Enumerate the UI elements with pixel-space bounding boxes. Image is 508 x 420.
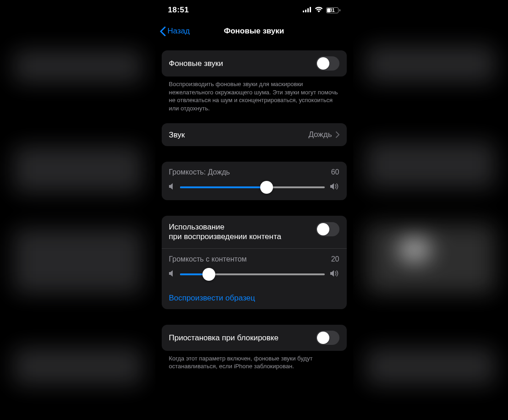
play-sample-button[interactable]: Воспроизвести образец <box>162 287 347 309</box>
row-label: Приостановка при блокировке <box>169 333 279 343</box>
toggle-use-with-media[interactable] <box>316 222 339 236</box>
volume-low-icon <box>169 183 175 192</box>
back-label: Назад <box>168 27 190 36</box>
wifi-icon <box>315 5 323 15</box>
row-use-with-media-toggle[interactable]: Использование при воспроизведении контен… <box>162 216 347 248</box>
group-media-playback: Использование при воспроизведении контен… <box>162 216 347 309</box>
volume-slider[interactable] <box>180 186 325 188</box>
svg-rect-2 <box>307 8 309 12</box>
volume-value: 60 <box>331 168 339 176</box>
row-background-sounds-toggle[interactable]: Фоновые звуки <box>162 50 347 76</box>
toggle-background-sounds[interactable] <box>316 56 339 71</box>
row-sound-select[interactable]: Звук Дождь <box>162 123 347 146</box>
page-title: Фоновые звуки <box>224 27 284 36</box>
row-label: Звук <box>169 130 185 140</box>
toggle-pause-on-lock[interactable] <box>316 331 339 345</box>
nav-bar: Назад Фоновые звуки <box>155 21 353 41</box>
row-label: Фоновые звуки <box>169 59 224 68</box>
volume-content-label: Громкость с контентом <box>169 255 247 263</box>
status-time: 18:51 <box>168 5 189 15</box>
sound-value: Дождь <box>308 130 332 139</box>
volume-high-icon <box>330 183 339 192</box>
group-volume: Громкость: Дождь 60 <box>162 162 347 200</box>
svg-rect-1 <box>305 10 306 12</box>
row-pause-on-lock-toggle[interactable]: Приостановка при блокировке <box>162 325 347 351</box>
volume-high-icon <box>330 270 339 279</box>
volume-content-value: 20 <box>331 255 339 263</box>
row-volume-rain: Громкость: Дождь 60 <box>162 162 347 200</box>
volume-low-icon <box>169 270 175 279</box>
battery-icon: 31 <box>326 7 340 13</box>
volume-content-slider[interactable] <box>180 273 325 275</box>
volume-label: Громкость: Дождь <box>169 168 230 176</box>
back-button[interactable]: Назад <box>160 21 190 41</box>
footer-background-sounds: Воспроизводить фоновые звуки для маскиро… <box>162 76 347 112</box>
row-label: Использование при воспроизведении контен… <box>169 222 281 242</box>
footer-pause-on-lock: Когда этот параметр включен, фоновые зву… <box>162 351 347 371</box>
group-pause-on-lock: Приостановка при блокировке <box>162 325 347 351</box>
row-volume-with-content: Громкость с контентом 20 <box>162 248 347 287</box>
cellular-icon <box>303 5 311 15</box>
group-sound: Звук Дождь <box>162 123 347 146</box>
svg-rect-0 <box>303 11 304 12</box>
group-background-sounds: Фоновые звуки <box>162 50 347 76</box>
content-scroll[interactable]: Фоновые звуки Воспроизводить фоновые зву… <box>155 41 353 420</box>
svg-rect-3 <box>310 7 311 12</box>
status-bar: 18:51 31 <box>155 0 353 20</box>
phone-frame: 18:51 31 Назад Фоновые звуки <box>155 0 353 420</box>
chevron-right-icon <box>336 131 339 138</box>
